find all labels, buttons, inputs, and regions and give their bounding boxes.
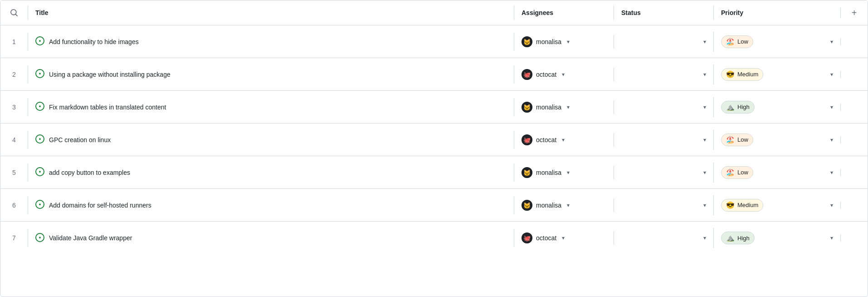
issue-open-icon [35,233,44,243]
priority-badge[interactable]: 🏖️ Low [721,134,753,146]
table-row: 6 Add domains for self-hosted runners 🐱 … [0,189,868,222]
row-status[interactable]: ▾ [614,166,713,179]
issue-open-icon [35,36,44,47]
row-number: 7 [0,231,28,245]
row-actions [840,71,868,78]
priority-emoji: 😎 [726,201,735,209]
row-status[interactable]: ▾ [614,231,713,245]
row-priority[interactable]: 🏖️ Low ▾ [713,130,840,150]
status-dropdown-chevron[interactable]: ▾ [703,104,706,110]
assignee-name: monalisa [536,169,561,176]
search-button[interactable] [0,5,28,20]
assignees-column-header: Assignees [514,5,614,20]
assignee-dropdown-chevron[interactable]: ▾ [562,71,565,78]
priority-dropdown-chevron[interactable]: ▾ [830,235,833,241]
row-assignee[interactable]: 🐱 monalisa ▾ [514,98,614,116]
issue-open-icon [35,200,44,210]
priority-emoji: 🏖️ [726,38,735,46]
priority-emoji: 🏖️ [726,168,735,177]
status-dropdown-chevron[interactable]: ▾ [703,39,706,45]
issue-title: Validate Java Gradle wrapper [49,234,132,242]
priority-badge[interactable]: ⛰️ High [721,101,755,114]
row-assignee[interactable]: 🐱 monalisa ▾ [514,196,614,214]
priority-badge[interactable]: 😎 Medium [721,68,763,81]
priority-label: High [737,104,750,110]
row-status[interactable]: ▾ [614,68,713,81]
add-field-button[interactable]: + [840,8,868,18]
priority-dropdown-chevron[interactable]: ▾ [830,104,833,110]
priority-dropdown-chevron[interactable]: ▾ [830,39,833,45]
assignee-dropdown-chevron[interactable]: ▾ [567,169,570,176]
avatar: 🐱 [522,36,532,47]
status-dropdown-chevron[interactable]: ▾ [703,202,706,208]
priority-emoji: 😎 [726,70,735,79]
svg-text:🐙: 🐙 [523,234,531,242]
issue-title: Add functionality to hide images [49,38,139,45]
row-priority[interactable]: 🏖️ Low ▾ [713,163,840,183]
row-priority[interactable]: ⛰️ High ▾ [713,228,840,248]
row-assignee[interactable]: 🐱 monalisa ▾ [514,33,614,51]
priority-dropdown-chevron[interactable]: ▾ [830,71,833,78]
priority-badge[interactable]: 😎 Medium [721,199,763,212]
row-priority[interactable]: 🏖️ Low ▾ [713,32,840,52]
avatar: 🐙 [522,134,532,145]
row-title: Add functionality to hide images [28,33,514,50]
priority-dropdown-chevron[interactable]: ▾ [830,202,833,208]
row-actions [840,38,868,45]
priority-dropdown-chevron[interactable]: ▾ [830,137,833,143]
row-number: 5 [0,165,28,180]
row-actions [840,136,868,144]
row-status[interactable]: ▾ [614,198,713,212]
table-row: 3 Fix markdown tables in translated cont… [0,91,868,124]
priority-emoji: ⛰️ [726,234,735,242]
row-status[interactable]: ▾ [614,100,713,114]
assignee-name: octocat [536,71,556,78]
assignee-dropdown-chevron[interactable]: ▾ [567,39,570,45]
priority-column-header: Priority [713,5,840,20]
assignee-dropdown-chevron[interactable]: ▾ [562,137,565,143]
priority-dropdown-chevron[interactable]: ▾ [830,169,833,176]
priority-badge[interactable]: ⛰️ High [721,232,755,244]
priority-badge[interactable]: 🏖️ Low [721,35,753,48]
row-assignee[interactable]: 🐙 octocat ▾ [514,131,614,149]
priority-emoji: ⛰️ [726,103,735,111]
avatar: 🐙 [522,233,532,243]
assignee-name: monalisa [536,202,561,209]
issue-title: Fix markdown tables in translated conten… [49,104,166,111]
issue-title: GPC creation on linux [49,136,111,144]
status-column-header: Status [614,5,713,20]
status-dropdown-chevron[interactable]: ▾ [703,137,706,143]
table-row: 1 Add functionality to hide images 🐱 mon… [0,25,868,58]
row-priority[interactable]: 😎 Medium ▾ [713,195,840,215]
priority-label: Low [737,136,748,143]
priority-badge[interactable]: 🏖️ Low [721,166,753,179]
status-dropdown-chevron[interactable]: ▾ [703,169,706,176]
assignee-dropdown-chevron[interactable]: ▾ [562,235,565,241]
status-dropdown-chevron[interactable]: ▾ [703,235,706,241]
assignee-dropdown-chevron[interactable]: ▾ [567,202,570,208]
issue-open-icon [35,102,44,112]
row-actions [840,104,868,111]
assignee-dropdown-chevron[interactable]: ▾ [567,104,570,110]
row-number: 3 [0,100,28,114]
avatar: 🐙 [522,69,532,80]
row-assignee[interactable]: 🐱 monalisa ▾ [514,163,614,182]
priority-label: High [737,235,750,242]
table-row: 2 Using a package without installing pac… [0,58,868,91]
row-number: 2 [0,67,28,82]
row-status[interactable]: ▾ [614,133,713,147]
priority-label: Medium [737,71,758,78]
row-number: 6 [0,198,28,213]
title-column-header: Title [28,5,514,20]
status-dropdown-chevron[interactable]: ▾ [703,71,706,78]
svg-text:🐱: 🐱 [523,104,531,111]
row-status[interactable]: ▾ [614,35,713,49]
table-header: Title Assignees Status Priority + [0,0,868,25]
row-priority[interactable]: 😎 Medium ▾ [713,64,840,84]
assignee-name: monalisa [536,104,561,111]
row-assignee[interactable]: 🐙 octocat ▾ [514,65,614,84]
issue-open-icon [35,134,44,145]
row-priority[interactable]: ⛰️ High ▾ [713,97,840,117]
row-actions [840,169,868,176]
row-assignee[interactable]: 🐙 octocat ▾ [514,229,614,247]
